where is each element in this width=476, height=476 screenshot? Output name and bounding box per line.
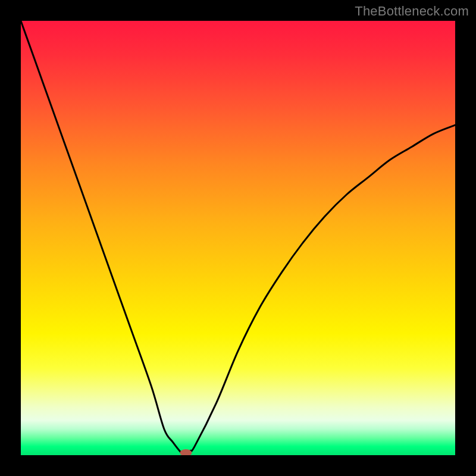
bottleneck-curve — [21, 21, 455, 455]
chart-frame: TheBottleneck.com — [0, 0, 476, 476]
plot-area — [21, 21, 455, 455]
watermark-text: TheBottleneck.com — [355, 4, 469, 19]
curve-layer — [21, 21, 455, 455]
